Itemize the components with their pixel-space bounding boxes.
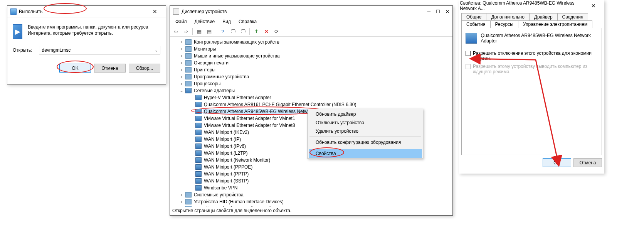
ctx-sep bbox=[309, 148, 421, 148]
tab-resources[interactable]: Ресурсы bbox=[490, 20, 518, 28]
run-titlebar: Выполнить ✕ bbox=[7, 6, 166, 17]
tree-net[interactable]: ⌄Сетевые адаптеры bbox=[179, 87, 450, 94]
tree-monitors[interactable]: ›Мониторы bbox=[179, 46, 450, 52]
update-driver-icon[interactable]: 🖵 bbox=[239, 27, 247, 35]
properties-icon[interactable]: ▤ bbox=[205, 27, 214, 35]
tab-panel: Qualcomm Atheros AR9485WB-EG Wireless Ne… bbox=[461, 28, 602, 155]
allow-wake-option: Разрешить этому устройству выводить комп… bbox=[466, 64, 598, 74]
menu-help[interactable]: Справка bbox=[235, 18, 260, 25]
devmgr-titlebar: Диспетчер устройств ─ ☐ ✕ bbox=[170, 6, 452, 17]
tab-driver[interactable]: Драйвер bbox=[529, 13, 558, 20]
ok-button[interactable]: OK bbox=[59, 64, 91, 73]
uninstall-icon[interactable]: ✕ bbox=[262, 27, 271, 35]
run-window-icon bbox=[10, 8, 17, 15]
ctx-disable[interactable]: Отключить устройство bbox=[309, 118, 422, 127]
close-icon[interactable]: ✕ bbox=[147, 8, 163, 15]
run-app-icon: ▶ bbox=[13, 24, 22, 39]
tree-cpu[interactable]: ›Процессоры bbox=[179, 80, 450, 87]
devmgr-title: Диспетчер устройств bbox=[182, 9, 427, 14]
show-hide-icon[interactable]: ▦ bbox=[195, 27, 203, 35]
tree-system[interactable]: ›Системные устройства bbox=[179, 191, 450, 198]
refresh-icon[interactable]: ⟳ bbox=[272, 27, 281, 35]
properties-dialog: Свойства: Qualcomm Atheros AR9485WB-EG W… bbox=[459, 0, 604, 174]
cancel-button[interactable]: Отмена bbox=[94, 64, 126, 73]
net-item[interactable]: WAN Miniport (PPTP) bbox=[195, 171, 450, 177]
maximize-icon[interactable]: ☐ bbox=[436, 9, 440, 14]
network-adapter-icon bbox=[466, 33, 477, 44]
menu-view[interactable]: Вид bbox=[219, 18, 234, 25]
net-item[interactable]: Qualcomm Atheros AR8161 PCI-E Gigabit Et… bbox=[195, 101, 450, 108]
menu-action[interactable]: Действие bbox=[192, 18, 218, 25]
chevron-down-icon[interactable]: ⌄ bbox=[155, 48, 158, 52]
tree-print[interactable]: ›Очереди печати bbox=[179, 59, 450, 66]
ctx-sep bbox=[309, 137, 421, 137]
run-dialog: Выполнить ✕ ▶ Введите имя программы, пап… bbox=[7, 5, 166, 84]
close-icon[interactable]: ✕ bbox=[586, 3, 601, 9]
ctx-uninstall[interactable]: Удалить устройство bbox=[309, 127, 422, 135]
props-title: Свойства: Qualcomm Atheros AR9485WB-EG W… bbox=[460, 0, 586, 11]
tab-general[interactable]: Общие bbox=[461, 13, 486, 20]
tab-details[interactable]: Сведения bbox=[557, 13, 589, 20]
devmgr-window-icon bbox=[173, 8, 179, 15]
run-title: Выполнить bbox=[19, 9, 147, 14]
ctx-scan[interactable]: Обновить конфигурацию оборудования bbox=[309, 138, 422, 147]
enable-icon[interactable]: ⬆ bbox=[252, 27, 261, 35]
cancel-button[interactable]: Отмена bbox=[573, 158, 602, 167]
tree-storage[interactable]: ›Контроллеры запоминающих устройств bbox=[179, 39, 450, 46]
net-item[interactable]: WAN Miniport (SSTP) bbox=[195, 177, 450, 184]
forward-icon[interactable]: ⇨ bbox=[182, 27, 190, 35]
tree-printers[interactable]: ›Принтеры bbox=[179, 66, 450, 73]
device-name: Qualcomm Atheros AR9485WB-EG Wireless Ne… bbox=[481, 33, 598, 44]
run-description: Введите имя программы, папки, документа … bbox=[28, 24, 160, 39]
toolbar: ⇦ ⇨ ▦ ▤ ? 🖵 🖵 ⬆ ✕ ⟳ bbox=[170, 26, 452, 37]
ctx-update-driver[interactable]: Обновить драйвер bbox=[309, 110, 422, 118]
ok-button[interactable]: OK bbox=[543, 158, 571, 167]
context-menu: Обновить драйвер Отключить устройство Уд… bbox=[308, 109, 423, 159]
scan-icon[interactable]: 🖵 bbox=[229, 27, 237, 35]
ctx-properties[interactable]: Свойства bbox=[309, 149, 422, 158]
command-combo[interactable]: ⌄ bbox=[39, 46, 160, 54]
net-item[interactable]: Hyper-V Virtual Ethernet Adapter bbox=[195, 94, 450, 101]
status-bar: Открытие страницы свойств для выделенног… bbox=[170, 207, 452, 215]
tree-software[interactable]: ›Программные устройства bbox=[179, 73, 450, 80]
tree-mice[interactable]: ›Мыши и иные указывающие устройства bbox=[179, 52, 450, 59]
close-icon[interactable]: ✕ bbox=[446, 9, 449, 14]
allow-turnoff-option[interactable]: Разрешить отключение этого устройства дл… bbox=[466, 51, 598, 61]
menubar: Файл Действие Вид Справка bbox=[170, 17, 452, 26]
net-item[interactable]: WAN Miniport (PPPOE) bbox=[195, 164, 450, 171]
checkbox-icon[interactable] bbox=[466, 51, 471, 56]
props-titlebar: Свойства: Qualcomm Atheros AR9485WB-EG W… bbox=[459, 0, 604, 12]
net-item[interactable]: Windscribe VPN bbox=[195, 184, 450, 191]
tab-advanced[interactable]: Дополнительно bbox=[486, 13, 529, 20]
minimize-icon[interactable]: ─ bbox=[427, 9, 430, 14]
command-input[interactable] bbox=[42, 47, 155, 53]
back-icon[interactable]: ⇦ bbox=[172, 27, 180, 35]
checkbox-icon bbox=[466, 64, 471, 69]
help-icon[interactable]: ? bbox=[219, 27, 227, 35]
open-label: Открыть: bbox=[13, 47, 32, 53]
tab-events[interactable]: События bbox=[461, 20, 491, 28]
tab-power[interactable]: Управление электропитанием bbox=[518, 20, 592, 28]
tree-hid[interactable]: ›Устройства HID (Human Interface Devices… bbox=[179, 198, 450, 205]
menu-file[interactable]: Файл bbox=[172, 18, 190, 25]
browse-button[interactable]: Обзор... bbox=[129, 64, 160, 73]
